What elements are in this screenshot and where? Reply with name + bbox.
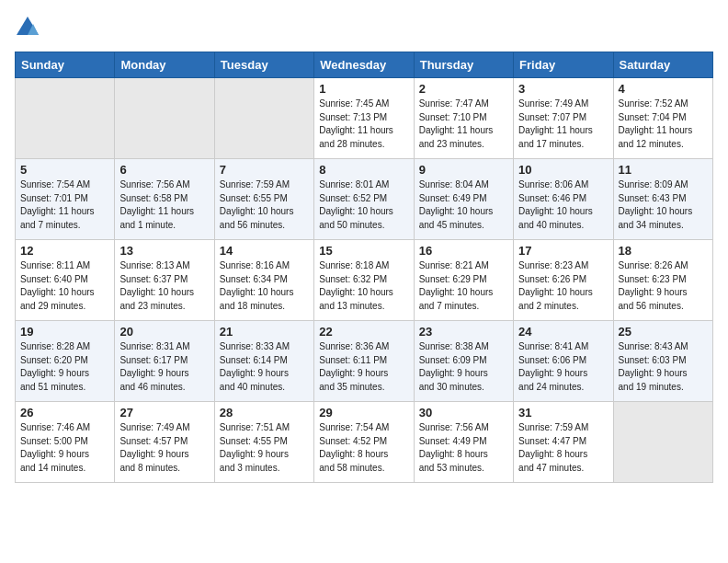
day-cell: 28Sunrise: 7:51 AM Sunset: 4:55 PM Dayli… bbox=[214, 402, 313, 483]
day-cell: 9Sunrise: 8:04 AM Sunset: 6:49 PM Daylig… bbox=[414, 159, 513, 240]
day-cell: 27Sunrise: 7:49 AM Sunset: 4:57 PM Dayli… bbox=[115, 402, 214, 483]
day-number: 21 bbox=[220, 325, 309, 339]
day-info: Sunrise: 8:16 AM Sunset: 6:34 PM Dayligh… bbox=[220, 259, 309, 313]
day-number: 30 bbox=[419, 406, 508, 419]
day-number: 27 bbox=[119, 406, 209, 419]
day-number: 17 bbox=[518, 244, 608, 258]
day-cell bbox=[16, 78, 115, 159]
day-header-tuesday: Tuesday bbox=[214, 52, 313, 78]
day-number: 19 bbox=[20, 325, 109, 339]
day-info: Sunrise: 8:21 AM Sunset: 6:29 PM Dayligh… bbox=[419, 259, 508, 313]
day-info: Sunrise: 7:59 AM Sunset: 4:47 PM Dayligh… bbox=[518, 421, 608, 475]
day-number: 2 bbox=[419, 82, 508, 96]
day-cell: 22Sunrise: 8:36 AM Sunset: 6:11 PM Dayli… bbox=[314, 321, 414, 402]
day-cell: 20Sunrise: 8:31 AM Sunset: 6:17 PM Dayli… bbox=[115, 321, 214, 402]
day-number: 13 bbox=[119, 244, 209, 258]
day-number: 20 bbox=[119, 325, 209, 339]
day-number: 14 bbox=[220, 244, 309, 258]
day-number: 8 bbox=[319, 163, 408, 177]
day-number: 23 bbox=[419, 325, 508, 339]
day-cell: 2Sunrise: 7:47 AM Sunset: 7:10 PM Daylig… bbox=[414, 78, 513, 159]
day-info: Sunrise: 7:51 AM Sunset: 4:55 PM Dayligh… bbox=[220, 421, 309, 475]
day-number: 6 bbox=[119, 163, 209, 177]
day-info: Sunrise: 7:56 AM Sunset: 4:49 PM Dayligh… bbox=[419, 421, 508, 475]
day-number: 9 bbox=[419, 163, 508, 177]
day-cell: 23Sunrise: 8:38 AM Sunset: 6:09 PM Dayli… bbox=[414, 321, 513, 402]
day-cell: 26Sunrise: 7:46 AM Sunset: 5:00 PM Dayli… bbox=[16, 402, 115, 483]
day-info: Sunrise: 8:09 AM Sunset: 6:43 PM Dayligh… bbox=[619, 178, 708, 232]
day-cell: 7Sunrise: 7:59 AM Sunset: 6:55 PM Daylig… bbox=[214, 159, 313, 240]
day-cell bbox=[115, 78, 214, 159]
day-info: Sunrise: 7:45 AM Sunset: 7:13 PM Dayligh… bbox=[319, 98, 408, 151]
day-info: Sunrise: 8:28 AM Sunset: 6:20 PM Dayligh… bbox=[20, 340, 109, 394]
day-info: Sunrise: 8:13 AM Sunset: 6:37 PM Dayligh… bbox=[119, 259, 209, 313]
day-cell: 10Sunrise: 8:06 AM Sunset: 6:46 PM Dayli… bbox=[514, 159, 613, 240]
day-number: 11 bbox=[619, 163, 708, 177]
day-cell: 13Sunrise: 8:13 AM Sunset: 6:37 PM Dayli… bbox=[115, 240, 214, 321]
day-info: Sunrise: 8:33 AM Sunset: 6:14 PM Dayligh… bbox=[220, 340, 309, 394]
day-header-thursday: Thursday bbox=[414, 52, 513, 78]
day-info: Sunrise: 7:59 AM Sunset: 6:55 PM Dayligh… bbox=[220, 178, 309, 232]
day-number: 5 bbox=[20, 163, 109, 177]
day-cell: 31Sunrise: 7:59 AM Sunset: 4:47 PM Dayli… bbox=[514, 402, 613, 483]
day-info: Sunrise: 8:18 AM Sunset: 6:32 PM Dayligh… bbox=[319, 259, 408, 313]
day-cell: 19Sunrise: 8:28 AM Sunset: 6:20 PM Dayli… bbox=[16, 321, 115, 402]
day-number: 28 bbox=[220, 406, 309, 419]
day-info: Sunrise: 8:26 AM Sunset: 6:23 PM Dayligh… bbox=[619, 259, 708, 313]
day-info: Sunrise: 8:01 AM Sunset: 6:52 PM Dayligh… bbox=[319, 178, 408, 232]
day-number: 10 bbox=[518, 163, 608, 177]
day-cell: 29Sunrise: 7:54 AM Sunset: 4:52 PM Dayli… bbox=[314, 402, 414, 483]
day-info: Sunrise: 7:49 AM Sunset: 4:57 PM Dayligh… bbox=[119, 421, 209, 475]
day-header-monday: Monday bbox=[115, 52, 214, 78]
week-row-1: 1Sunrise: 7:45 AM Sunset: 7:13 PM Daylig… bbox=[16, 78, 713, 159]
day-cell bbox=[613, 402, 712, 483]
day-cell: 5Sunrise: 7:54 AM Sunset: 7:01 PM Daylig… bbox=[16, 159, 115, 240]
day-header-sunday: Sunday bbox=[16, 52, 115, 78]
day-number: 12 bbox=[20, 244, 109, 258]
day-info: Sunrise: 7:46 AM Sunset: 5:00 PM Dayligh… bbox=[20, 421, 109, 475]
day-cell: 6Sunrise: 7:56 AM Sunset: 6:58 PM Daylig… bbox=[115, 159, 214, 240]
day-header-friday: Friday bbox=[514, 52, 613, 78]
page-header bbox=[15, 15, 713, 40]
day-cell: 3Sunrise: 7:49 AM Sunset: 7:07 PM Daylig… bbox=[514, 78, 613, 159]
day-info: Sunrise: 7:56 AM Sunset: 6:58 PM Dayligh… bbox=[119, 178, 209, 232]
day-cell bbox=[214, 78, 313, 159]
day-cell: 21Sunrise: 8:33 AM Sunset: 6:14 PM Dayli… bbox=[214, 321, 313, 402]
day-cell: 15Sunrise: 8:18 AM Sunset: 6:32 PM Dayli… bbox=[314, 240, 414, 321]
day-header-saturday: Saturday bbox=[613, 52, 712, 78]
week-row-4: 19Sunrise: 8:28 AM Sunset: 6:20 PM Dayli… bbox=[16, 321, 713, 402]
day-cell: 14Sunrise: 8:16 AM Sunset: 6:34 PM Dayli… bbox=[214, 240, 313, 321]
day-number: 16 bbox=[419, 244, 508, 258]
day-info: Sunrise: 7:52 AM Sunset: 7:04 PM Dayligh… bbox=[619, 98, 708, 151]
day-number: 3 bbox=[518, 82, 608, 96]
day-cell: 4Sunrise: 7:52 AM Sunset: 7:04 PM Daylig… bbox=[613, 78, 712, 159]
day-info: Sunrise: 7:54 AM Sunset: 7:01 PM Dayligh… bbox=[20, 178, 109, 232]
day-cell: 1Sunrise: 7:45 AM Sunset: 7:13 PM Daylig… bbox=[314, 78, 414, 159]
day-header-wednesday: Wednesday bbox=[314, 52, 414, 78]
day-number: 1 bbox=[319, 82, 408, 96]
day-number: 4 bbox=[619, 82, 708, 96]
day-number: 29 bbox=[319, 406, 408, 419]
day-number: 18 bbox=[619, 244, 708, 258]
day-cell: 17Sunrise: 8:23 AM Sunset: 6:26 PM Dayli… bbox=[514, 240, 613, 321]
week-row-5: 26Sunrise: 7:46 AM Sunset: 5:00 PM Dayli… bbox=[16, 402, 713, 483]
logo bbox=[15, 15, 42, 40]
day-number: 26 bbox=[20, 406, 109, 419]
day-info: Sunrise: 8:23 AM Sunset: 6:26 PM Dayligh… bbox=[518, 259, 608, 313]
day-info: Sunrise: 8:43 AM Sunset: 6:03 PM Dayligh… bbox=[619, 340, 708, 394]
header-row: SundayMondayTuesdayWednesdayThursdayFrid… bbox=[16, 52, 713, 78]
logo-icon bbox=[15, 15, 40, 40]
day-info: Sunrise: 8:04 AM Sunset: 6:49 PM Dayligh… bbox=[419, 178, 508, 232]
day-number: 31 bbox=[518, 406, 608, 419]
day-number: 22 bbox=[319, 325, 408, 339]
day-cell: 18Sunrise: 8:26 AM Sunset: 6:23 PM Dayli… bbox=[613, 240, 712, 321]
day-info: Sunrise: 7:54 AM Sunset: 4:52 PM Dayligh… bbox=[319, 421, 408, 475]
day-number: 7 bbox=[220, 163, 309, 177]
calendar-table: SundayMondayTuesdayWednesdayThursdayFrid… bbox=[15, 52, 713, 483]
day-cell: 24Sunrise: 8:41 AM Sunset: 6:06 PM Dayli… bbox=[514, 321, 613, 402]
day-info: Sunrise: 8:06 AM Sunset: 6:46 PM Dayligh… bbox=[518, 178, 608, 232]
day-info: Sunrise: 8:41 AM Sunset: 6:06 PM Dayligh… bbox=[518, 340, 608, 394]
day-cell: 12Sunrise: 8:11 AM Sunset: 6:40 PM Dayli… bbox=[16, 240, 115, 321]
week-row-3: 12Sunrise: 8:11 AM Sunset: 6:40 PM Dayli… bbox=[16, 240, 713, 321]
day-cell: 25Sunrise: 8:43 AM Sunset: 6:03 PM Dayli… bbox=[613, 321, 712, 402]
